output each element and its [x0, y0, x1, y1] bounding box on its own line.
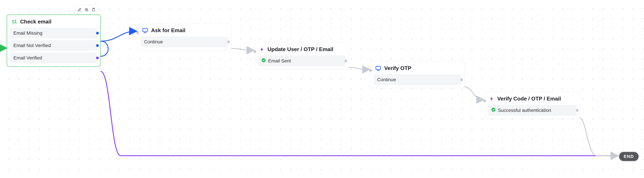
svg-rect-2 — [92, 9, 94, 11]
delete-button[interactable] — [90, 6, 97, 13]
output-handle[interactable] — [96, 57, 99, 59]
node-title: Update User / OTP / Email — [268, 46, 333, 52]
svg-rect-5 — [376, 66, 380, 70]
screen-icon — [142, 27, 148, 33]
bolt-icon — [489, 96, 494, 101]
row-label: Email Missing — [14, 30, 42, 36]
input-handle[interactable] — [369, 69, 372, 72]
screen-icon — [375, 65, 381, 71]
branch-row[interactable]: Email Missing — [10, 28, 97, 38]
node-header: Check email — [7, 15, 100, 28]
output-handle[interactable] — [344, 60, 347, 62]
node-header: Update User / OTP / Email — [255, 42, 349, 55]
node-check-email[interactable]: Check email Email Missing Email Not Veri… — [7, 14, 100, 67]
output-handle[interactable] — [460, 78, 463, 81]
input-handle[interactable] — [483, 100, 486, 102]
duplicate-button[interactable] — [83, 6, 90, 13]
check-circle-icon — [491, 108, 496, 113]
svg-rect-3 — [143, 28, 148, 32]
node-header: Ask for Email — [138, 24, 231, 36]
pencil-icon — [78, 8, 82, 12]
branch-row[interactable]: Email Not Verified — [10, 40, 97, 51]
branch-icon — [12, 19, 17, 25]
output-row[interactable]: Continue — [141, 36, 228, 47]
check-circle-icon — [262, 58, 266, 64]
node-verify-otp[interactable]: Verify OTP Continue — [371, 61, 464, 88]
row-label: Email Sent — [268, 58, 291, 64]
trash-icon — [92, 8, 96, 12]
node-header: Verify Code / OTP / Email — [485, 92, 580, 105]
bolt-icon — [260, 47, 264, 52]
row-label: Continue — [377, 77, 396, 82]
copy-icon — [84, 8, 88, 12]
output-row[interactable]: Successful authentication — [488, 105, 577, 116]
output-row[interactable]: Email Sent — [258, 55, 346, 66]
output-handle[interactable] — [227, 40, 230, 43]
row-label: Email Verified — [14, 55, 42, 61]
output-handle[interactable] — [96, 44, 99, 47]
branch-row[interactable]: Email Verified — [10, 53, 97, 63]
node-title: Verify OTP — [384, 65, 412, 71]
node-verify-code[interactable]: Verify Code / OTP / Email Successful aut… — [485, 92, 580, 119]
output-handle[interactable] — [576, 109, 578, 112]
node-title: Ask for Email — [151, 27, 186, 33]
node-toolbar — [75, 5, 98, 14]
end-label: END — [624, 154, 634, 159]
row-label: Email Not Verified — [14, 43, 51, 48]
input-handle[interactable] — [136, 31, 139, 34]
output-row[interactable]: Continue — [374, 74, 461, 85]
end-node[interactable]: END — [619, 152, 639, 161]
input-handle[interactable] — [254, 50, 256, 53]
output-handle[interactable] — [96, 32, 99, 34]
row-label: Successful authentication — [498, 108, 551, 113]
node-update-user[interactable]: Update User / OTP / Email Email Sent — [255, 42, 349, 69]
node-title: Check email — [20, 18, 52, 25]
node-title: Verify Code / OTP / Email — [497, 96, 561, 102]
edit-button[interactable] — [76, 6, 83, 13]
row-label: Continue — [144, 39, 163, 44]
node-ask-for-email[interactable]: Ask for Email Continue — [138, 23, 232, 50]
node-header: Verify OTP — [371, 61, 464, 74]
